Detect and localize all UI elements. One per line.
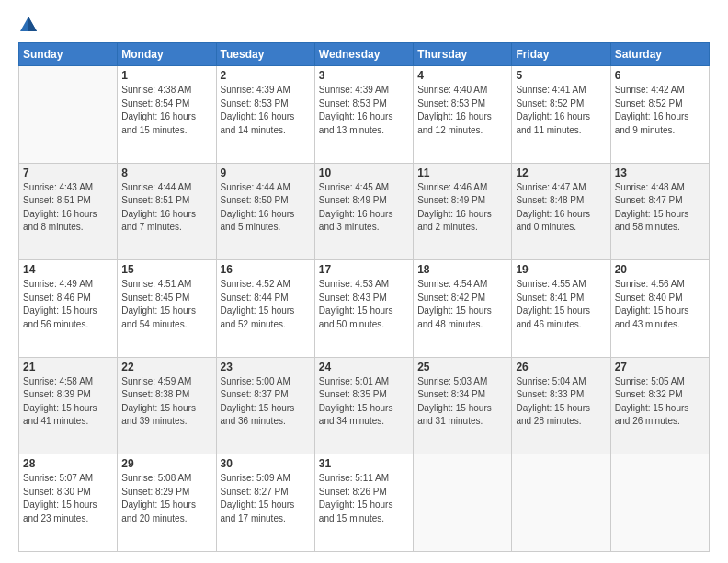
calendar-day-30: 30Sunrise: 5:09 AMSunset: 8:27 PMDayligh…: [216, 454, 314, 552]
day-number: 13: [615, 167, 705, 179]
day-info: Sunrise: 4:54 AMSunset: 8:42 PMDaylight:…: [417, 278, 507, 331]
col-header-tuesday: Tuesday: [216, 43, 314, 66]
day-info: Sunrise: 5:04 AMSunset: 8:33 PMDaylight:…: [516, 375, 606, 429]
day-info: Sunrise: 5:01 AMSunset: 8:35 PMDaylight:…: [319, 375, 409, 429]
day-info: Sunrise: 4:44 AMSunset: 8:51 PMDaylight:…: [121, 181, 211, 235]
calendar-day-26: 26Sunrise: 5:04 AMSunset: 8:33 PMDayligh…: [512, 357, 610, 454]
day-number: 17: [319, 263, 409, 276]
day-number: 16: [221, 263, 311, 276]
calendar-day-7: 7Sunrise: 4:43 AMSunset: 8:51 PMDaylight…: [19, 163, 118, 260]
calendar-table: SundayMondayTuesdayWednesdayThursdayFrid…: [18, 42, 710, 552]
header: [18, 15, 710, 35]
day-number: 18: [417, 263, 507, 276]
calendar-week-row: 28Sunrise: 5:07 AMSunset: 8:30 PMDayligh…: [19, 454, 710, 552]
calendar-day-27: 27Sunrise: 5:05 AMSunset: 8:32 PMDayligh…: [610, 357, 709, 454]
calendar-empty: [610, 454, 709, 552]
calendar-day-13: 13Sunrise: 4:48 AMSunset: 8:47 PMDayligh…: [610, 163, 709, 260]
calendar-day-28: 28Sunrise: 5:07 AMSunset: 8:30 PMDayligh…: [19, 454, 118, 552]
calendar-day-5: 5Sunrise: 4:41 AMSunset: 8:52 PMDaylight…: [512, 66, 610, 164]
day-number: 8: [121, 167, 211, 179]
col-header-thursday: Thursday: [414, 43, 512, 66]
calendar-week-row: 14Sunrise: 4:49 AMSunset: 8:46 PMDayligh…: [19, 260, 710, 358]
day-number: 22: [121, 361, 211, 373]
calendar-day-6: 6Sunrise: 4:42 AMSunset: 8:52 PMDaylight…: [610, 66, 709, 164]
calendar-day-14: 14Sunrise: 4:49 AMSunset: 8:46 PMDayligh…: [19, 260, 118, 358]
calendar-day-9: 9Sunrise: 4:44 AMSunset: 8:50 PMDaylight…: [216, 163, 314, 260]
day-info: Sunrise: 4:44 AMSunset: 8:50 PMDaylight:…: [221, 181, 311, 235]
day-number: 5: [516, 69, 606, 82]
day-info: Sunrise: 4:55 AMSunset: 8:41 PMDaylight:…: [516, 278, 606, 331]
day-number: 19: [516, 263, 606, 276]
day-number: 1: [121, 69, 211, 82]
calendar-day-22: 22Sunrise: 4:59 AMSunset: 8:38 PMDayligh…: [118, 357, 216, 454]
calendar-day-18: 18Sunrise: 4:54 AMSunset: 8:42 PMDayligh…: [414, 260, 512, 358]
day-number: 9: [221, 167, 311, 179]
logo: [18, 15, 42, 35]
svg-marker-1: [28, 17, 37, 31]
day-info: Sunrise: 5:07 AMSunset: 8:30 PMDaylight:…: [23, 472, 113, 525]
day-number: 27: [615, 361, 705, 373]
calendar-day-31: 31Sunrise: 5:11 AMSunset: 8:26 PMDayligh…: [314, 454, 413, 552]
calendar-week-row: 21Sunrise: 4:58 AMSunset: 8:39 PMDayligh…: [19, 357, 710, 454]
day-number: 12: [516, 167, 606, 179]
day-number: 28: [23, 457, 113, 470]
calendar-day-8: 8Sunrise: 4:44 AMSunset: 8:51 PMDaylight…: [118, 163, 216, 260]
calendar-header-row: SundayMondayTuesdayWednesdayThursdayFrid…: [19, 43, 710, 66]
day-info: Sunrise: 4:58 AMSunset: 8:39 PMDaylight:…: [23, 375, 113, 429]
calendar-empty: [414, 454, 512, 552]
day-number: 21: [23, 361, 113, 373]
col-header-friday: Friday: [512, 43, 610, 66]
day-number: 14: [23, 263, 113, 276]
col-header-monday: Monday: [118, 43, 216, 66]
day-info: Sunrise: 4:59 AMSunset: 8:38 PMDaylight:…: [121, 375, 211, 429]
day-number: 10: [319, 167, 409, 179]
col-header-saturday: Saturday: [610, 43, 709, 66]
day-info: Sunrise: 4:45 AMSunset: 8:49 PMDaylight:…: [319, 181, 409, 235]
day-number: 26: [516, 361, 606, 373]
calendar-day-21: 21Sunrise: 4:58 AMSunset: 8:39 PMDayligh…: [19, 357, 118, 454]
calendar-day-17: 17Sunrise: 4:53 AMSunset: 8:43 PMDayligh…: [314, 260, 413, 358]
day-number: 30: [221, 457, 311, 470]
day-number: 11: [417, 167, 507, 179]
day-number: 31: [319, 457, 409, 470]
calendar-day-16: 16Sunrise: 4:52 AMSunset: 8:44 PMDayligh…: [216, 260, 314, 358]
day-info: Sunrise: 4:42 AMSunset: 8:52 PMDaylight:…: [615, 84, 705, 137]
calendar-day-19: 19Sunrise: 4:55 AMSunset: 8:41 PMDayligh…: [512, 260, 610, 358]
day-number: 6: [615, 69, 705, 82]
day-number: 4: [417, 69, 507, 82]
logo-icon: [18, 15, 39, 35]
calendar-day-4: 4Sunrise: 4:40 AMSunset: 8:53 PMDaylight…: [414, 66, 512, 164]
day-info: Sunrise: 4:53 AMSunset: 8:43 PMDaylight:…: [319, 278, 409, 331]
day-number: 29: [121, 457, 211, 470]
day-info: Sunrise: 4:41 AMSunset: 8:52 PMDaylight:…: [516, 84, 606, 137]
day-info: Sunrise: 4:51 AMSunset: 8:45 PMDaylight:…: [121, 278, 211, 331]
day-number: 2: [221, 69, 311, 82]
day-number: 15: [121, 263, 211, 276]
calendar-day-25: 25Sunrise: 5:03 AMSunset: 8:34 PMDayligh…: [414, 357, 512, 454]
calendar-week-row: 1Sunrise: 4:38 AMSunset: 8:54 PMDaylight…: [19, 66, 710, 164]
calendar-day-12: 12Sunrise: 4:47 AMSunset: 8:48 PMDayligh…: [512, 163, 610, 260]
calendar-week-row: 7Sunrise: 4:43 AMSunset: 8:51 PMDaylight…: [19, 163, 710, 260]
col-header-wednesday: Wednesday: [314, 43, 413, 66]
day-info: Sunrise: 4:48 AMSunset: 8:47 PMDaylight:…: [615, 181, 705, 235]
day-info: Sunrise: 5:03 AMSunset: 8:34 PMDaylight:…: [417, 375, 507, 429]
day-info: Sunrise: 4:39 AMSunset: 8:53 PMDaylight:…: [221, 84, 311, 137]
day-info: Sunrise: 4:47 AMSunset: 8:48 PMDaylight:…: [516, 181, 606, 235]
day-info: Sunrise: 5:00 AMSunset: 8:37 PMDaylight:…: [221, 375, 311, 429]
day-info: Sunrise: 4:56 AMSunset: 8:40 PMDaylight:…: [615, 278, 705, 331]
day-number: 7: [23, 167, 113, 179]
calendar-day-23: 23Sunrise: 5:00 AMSunset: 8:37 PMDayligh…: [216, 357, 314, 454]
day-number: 20: [615, 263, 705, 276]
day-info: Sunrise: 4:40 AMSunset: 8:53 PMDaylight:…: [417, 84, 507, 137]
calendar-day-10: 10Sunrise: 4:45 AMSunset: 8:49 PMDayligh…: [314, 163, 413, 260]
page: SundayMondayTuesdayWednesdayThursdayFrid…: [0, 0, 728, 563]
day-info: Sunrise: 5:05 AMSunset: 8:32 PMDaylight:…: [615, 375, 705, 429]
day-info: Sunrise: 4:52 AMSunset: 8:44 PMDaylight:…: [221, 278, 311, 331]
day-info: Sunrise: 4:39 AMSunset: 8:53 PMDaylight:…: [319, 84, 409, 137]
day-info: Sunrise: 4:38 AMSunset: 8:54 PMDaylight:…: [121, 84, 211, 137]
day-info: Sunrise: 4:46 AMSunset: 8:49 PMDaylight:…: [417, 181, 507, 235]
calendar-day-15: 15Sunrise: 4:51 AMSunset: 8:45 PMDayligh…: [118, 260, 216, 358]
calendar-day-3: 3Sunrise: 4:39 AMSunset: 8:53 PMDaylight…: [314, 66, 413, 164]
day-info: Sunrise: 4:43 AMSunset: 8:51 PMDaylight:…: [23, 181, 113, 235]
day-number: 24: [319, 361, 409, 373]
